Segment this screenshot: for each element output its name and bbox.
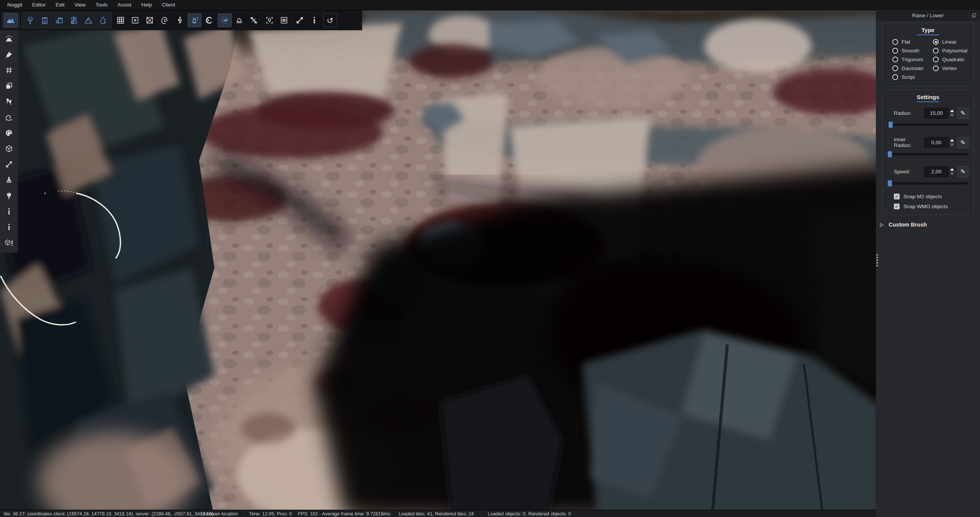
menu-help[interactable]: Help — [136, 0, 157, 10]
snap-wmo-checkbox[interactable]: ✓ Snap WMO objects — [894, 204, 973, 209]
undo-icon: ↺ — [327, 16, 333, 24]
radius-spinbox[interactable]: 15,00 ✎ — [924, 108, 969, 119]
lightbulb-icon — [5, 191, 13, 200]
hiker-icon — [175, 16, 185, 25]
radio-script[interactable]: Script — [892, 74, 933, 80]
sidebar-detail-info[interactable] — [3, 221, 15, 233]
terrain-mode-button[interactable] — [82, 13, 95, 27]
status-objects: Loaded objects: 0, Rendered objects: 0 — [482, 510, 571, 517]
inner-radius-edit-button[interactable]: ✎ — [957, 137, 969, 148]
inner-radius-slider[interactable] — [887, 153, 969, 155]
radius-value[interactable]: 15,00 — [924, 108, 949, 119]
noggit-window: Noggit Editor Edit View Tools Assist Hel… — [0, 0, 980, 517]
spin-down-icon[interactable] — [950, 114, 954, 117]
fly-mode-button[interactable] — [218, 13, 232, 27]
grid-toggle-button[interactable] — [114, 13, 127, 27]
sidebar-object-problems[interactable] — [3, 237, 15, 248]
disable-tools-button[interactable] — [247, 13, 261, 27]
custom-brush-header[interactable]: ▷ Custom Brush — [880, 222, 980, 228]
panel-splitter-handle[interactable] — [876, 254, 878, 266]
speed-slider-handle[interactable] — [888, 180, 892, 186]
sidebar-object-editor[interactable] — [3, 143, 15, 154]
raise-lower-terrain-button[interactable] — [4, 13, 18, 27]
sidebar-footprints[interactable] — [3, 96, 15, 107]
vegetation-button[interactable] — [23, 13, 37, 27]
settings-title-underline — [917, 101, 939, 102]
shark-dotted-circle-icon — [220, 16, 229, 25]
spin-down-icon[interactable] — [950, 144, 954, 146]
ground-effects-button[interactable] — [157, 13, 171, 27]
menu-noggit[interactable]: Noggit — [2, 0, 27, 10]
radio-flat[interactable]: Flat — [892, 39, 933, 45]
radius-spin-arrows[interactable] — [950, 109, 954, 117]
radio-dot — [933, 48, 939, 54]
checkbox-checked-icon: ✓ — [894, 204, 900, 209]
float-panel-icon[interactable] — [971, 13, 977, 18]
info-icon — [5, 207, 13, 216]
fog-button[interactable] — [232, 13, 246, 27]
status-tiles: Loaded tiles: 41, Rendered tiles: 24 — [391, 510, 482, 517]
sidebar-shader-paint[interactable] — [3, 127, 15, 139]
speed-value[interactable]: 2,00 — [924, 166, 949, 177]
fullscreen-button[interactable] — [293, 13, 307, 27]
object-select-button[interactable] — [263, 13, 276, 27]
sidebar-water[interactable] — [3, 111, 15, 123]
radio-quadratic[interactable]: Quadratic — [933, 57, 973, 62]
water-button[interactable] — [96, 13, 110, 27]
menu-client[interactable]: Client — [157, 0, 180, 10]
inner-radius-slider-handle[interactable] — [888, 151, 892, 157]
pencil-icon: ✎ — [960, 139, 965, 146]
visibility-toggle-button[interactable] — [67, 13, 81, 27]
radio-trigonom[interactable]: Trigonom — [892, 57, 933, 62]
inner-radius-value[interactable]: 0,00 — [924, 137, 949, 148]
sidebar-chunk-grid[interactable] — [3, 64, 15, 76]
spin-up-icon[interactable] — [950, 109, 954, 112]
speed-slider[interactable] — [887, 182, 969, 184]
snap-m2-checkbox[interactable]: ✓ Snap M2 objects — [894, 194, 973, 199]
menu-edit[interactable]: Edit — [51, 0, 69, 10]
spin-up-icon[interactable] — [950, 168, 954, 171]
menu-tools[interactable]: Tools — [91, 0, 113, 10]
view-box-button[interactable] — [277, 13, 291, 27]
object-tower-button[interactable] — [52, 13, 66, 27]
walk-mode-button[interactable] — [173, 13, 187, 27]
menu-assist[interactable]: Assist — [113, 0, 136, 10]
texture-spray-button[interactable] — [188, 13, 201, 27]
radio-vertex[interactable]: Vertex — [933, 65, 973, 71]
radio-gaussian[interactable]: Gaussian — [892, 65, 933, 71]
checkbox-checked-icon: ✓ — [894, 194, 900, 199]
radius-edit-button[interactable]: ✎ — [957, 108, 969, 119]
sidebar-area-move[interactable] — [3, 158, 15, 170]
speed-spin-arrows[interactable] — [950, 168, 954, 175]
inner-radius-spinbox[interactable]: 0,00 ✎ — [924, 137, 969, 148]
spin-up-icon[interactable] — [950, 139, 954, 142]
radius-slider-handle[interactable] — [889, 122, 893, 128]
inner-radius-spin-arrows[interactable] — [950, 139, 954, 146]
sidebar-layers[interactable] — [3, 80, 15, 91]
speed-edit-button[interactable]: ✎ — [957, 166, 969, 177]
radio-smooth[interactable]: Smooth — [892, 48, 933, 54]
wmo-tower-button[interactable] — [38, 13, 52, 27]
radio-linear[interactable]: Linear — [933, 39, 973, 45]
minimap-frame-button[interactable] — [128, 13, 142, 27]
menu-view[interactable]: View — [70, 0, 91, 10]
ear-icon — [160, 16, 169, 25]
raise-lower-mountain-icon — [6, 16, 15, 25]
sidebar-info[interactable] — [3, 205, 15, 217]
settings-gear-button[interactable] — [202, 13, 216, 27]
terrain-dashed-icon — [5, 34, 13, 43]
undo-button[interactable]: ↺ — [323, 13, 337, 27]
sidebar-light-editor[interactable] — [3, 190, 15, 201]
sidebar-texture-paint[interactable] — [3, 49, 15, 60]
radio-dot — [933, 39, 939, 45]
info-button[interactable] — [307, 13, 321, 27]
menu-editor[interactable]: Editor — [27, 0, 51, 10]
sidebar-terrain-edit[interactable] — [3, 33, 15, 44]
tile-lines-button[interactable] — [143, 13, 157, 27]
radio-polynomial[interactable]: Polynomial — [933, 48, 973, 54]
spin-down-icon[interactable] — [950, 173, 954, 175]
sidebar-stamp[interactable] — [3, 174, 15, 186]
radius-slider[interactable] — [887, 124, 969, 126]
viewport-3d-scene[interactable] — [0, 0, 980, 517]
speed-spinbox[interactable]: 2,00 ✎ — [924, 166, 969, 177]
